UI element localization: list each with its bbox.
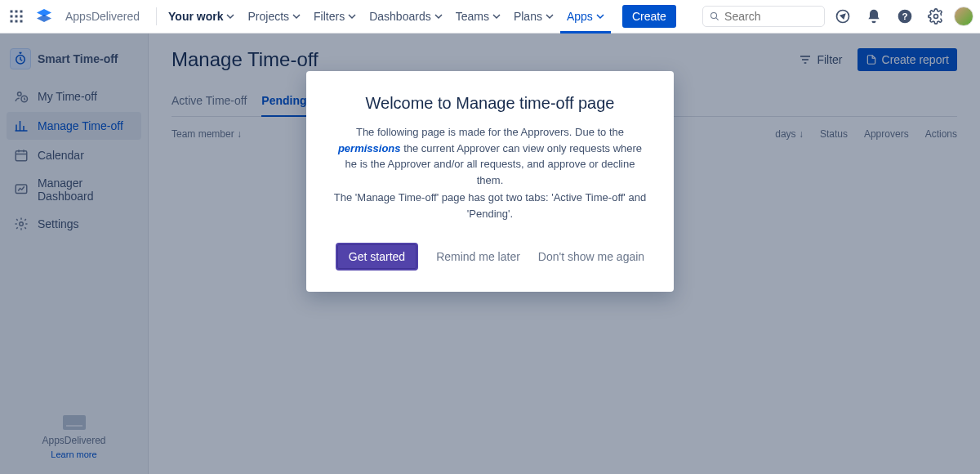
notifications-icon[interactable] <box>861 3 887 29</box>
nav-your-work[interactable]: Your work <box>162 0 241 34</box>
onboarding-modal: Welcome to Manage time-off page The foll… <box>306 71 674 292</box>
permissions-link[interactable]: permissions <box>338 142 401 154</box>
nav-label: Your work <box>168 10 223 23</box>
modal-body-line-1: The following page is made for the Appro… <box>332 124 648 188</box>
chevron-down-icon <box>292 12 301 20</box>
app-switcher-icon[interactable] <box>5 5 28 28</box>
nav-label: Apps <box>567 10 593 23</box>
chevron-down-icon <box>596 12 604 20</box>
chevron-down-icon <box>348 12 356 20</box>
nav-label: Projects <box>247 10 289 23</box>
remind-me-later-button[interactable]: Remind me later <box>436 250 520 263</box>
create-button[interactable]: Create <box>622 5 676 28</box>
nav-label: Teams <box>456 10 489 23</box>
svg-rect-0 <box>11 11 13 13</box>
svg-rect-7 <box>16 20 18 23</box>
modal-text: The following page is made for the Appro… <box>356 126 624 138</box>
jira-logo-icon[interactable] <box>34 7 54 26</box>
svg-point-13 <box>934 15 938 19</box>
modal-body-line-2: The 'Manage Time-off' page has got two t… <box>332 190 648 221</box>
chevron-down-icon <box>546 12 554 20</box>
search-input[interactable] <box>724 10 817 23</box>
svg-rect-3 <box>11 16 13 18</box>
nav-teams[interactable]: Teams <box>449 0 507 34</box>
nav-apps[interactable]: Apps <box>560 0 611 34</box>
get-started-button[interactable]: Get started <box>336 243 418 271</box>
svg-rect-6 <box>11 20 13 23</box>
primary-nav: Your work Projects Filters Dashboards Te… <box>162 0 611 34</box>
nav-plans[interactable]: Plans <box>507 0 560 34</box>
explore-icon[interactable] <box>830 3 856 29</box>
chevron-down-icon <box>492 12 501 20</box>
help-icon[interactable]: ? <box>892 3 918 29</box>
nav-label: Filters <box>314 10 345 23</box>
svg-point-9 <box>711 12 717 18</box>
user-avatar[interactable] <box>954 7 973 26</box>
nav-label: Plans <box>514 10 542 23</box>
top-navigation: AppsDelivered Your work Projects Filters… <box>0 0 980 34</box>
nav-dashboards[interactable]: Dashboards <box>363 0 449 34</box>
chevron-down-icon <box>226 12 234 20</box>
product-brand: AppsDelivered <box>60 10 145 23</box>
search-icon <box>710 11 719 22</box>
modal-title: Welcome to Manage time-off page <box>332 94 648 113</box>
svg-rect-8 <box>20 20 23 23</box>
dont-show-again-button[interactable]: Don't show me again <box>538 250 644 263</box>
svg-text:?: ? <box>902 11 907 21</box>
vertical-divider <box>156 7 157 25</box>
svg-rect-2 <box>20 11 23 13</box>
svg-rect-4 <box>16 16 18 18</box>
global-search[interactable] <box>702 6 825 27</box>
svg-rect-5 <box>20 16 23 18</box>
settings-icon[interactable] <box>923 3 949 29</box>
nav-filters[interactable]: Filters <box>307 0 363 34</box>
nav-projects[interactable]: Projects <box>241 0 307 34</box>
chevron-down-icon <box>434 12 443 20</box>
nav-label: Dashboards <box>369 10 431 23</box>
svg-rect-1 <box>16 11 18 13</box>
